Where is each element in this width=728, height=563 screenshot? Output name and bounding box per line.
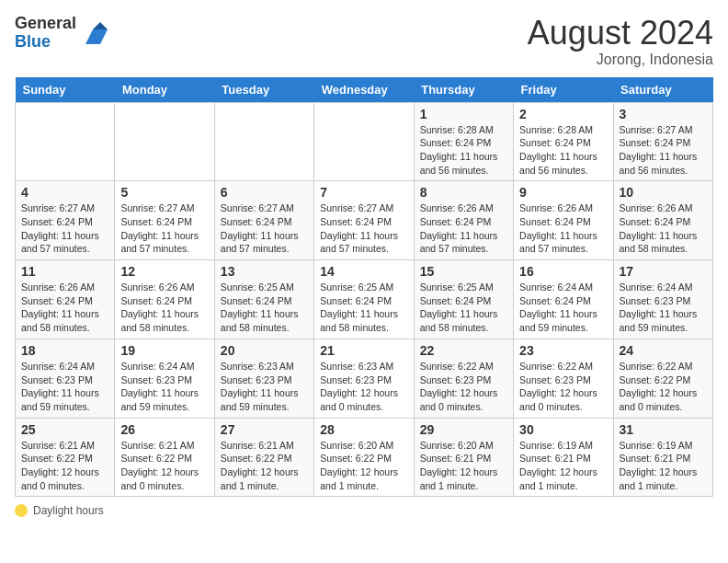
- date-number: 29: [420, 422, 507, 437]
- calendar-cell: [115, 102, 214, 181]
- logo-blue: Blue: [15, 32, 51, 51]
- day-header-wednesday: Wednesday: [314, 77, 414, 103]
- cell-info: Sunrise: 6:28 AM Sunset: 6:24 PM Dayligh…: [420, 123, 507, 178]
- calendar-cell: 20Sunrise: 6:23 AM Sunset: 6:23 PM Dayli…: [214, 339, 313, 418]
- date-number: 8: [420, 185, 507, 200]
- cell-info: Sunrise: 6:24 AM Sunset: 6:24 PM Dayligh…: [519, 281, 607, 335]
- calendar-cell: 1Sunrise: 6:28 AM Sunset: 6:24 PM Daylig…: [414, 102, 513, 181]
- calendar-week-2: 4Sunrise: 6:27 AM Sunset: 6:24 PM Daylig…: [16, 181, 713, 260]
- date-number: 27: [221, 422, 308, 437]
- footer: Daylight hours: [15, 504, 713, 517]
- cell-info: Sunrise: 6:22 AM Sunset: 6:23 PM Dayligh…: [519, 360, 607, 414]
- cell-info: Sunrise: 6:19 AM Sunset: 6:21 PM Dayligh…: [519, 439, 607, 493]
- date-number: 26: [120, 422, 208, 437]
- calendar-cell: [214, 102, 313, 181]
- date-number: 12: [120, 264, 208, 279]
- calendar-cell: 9Sunrise: 6:26 AM Sunset: 6:24 PM Daylig…: [514, 181, 613, 260]
- calendar-cell: 15Sunrise: 6:25 AM Sunset: 6:24 PM Dayli…: [414, 260, 513, 339]
- cell-info: Sunrise: 6:26 AM Sunset: 6:24 PM Dayligh…: [120, 281, 208, 335]
- cell-info: Sunrise: 6:27 AM Sunset: 6:24 PM Dayligh…: [221, 201, 308, 256]
- cell-info: Sunrise: 6:22 AM Sunset: 6:22 PM Dayligh…: [620, 360, 707, 414]
- cell-info: Sunrise: 6:24 AM Sunset: 6:23 PM Dayligh…: [21, 360, 108, 414]
- date-number: 28: [320, 422, 407, 437]
- logo-icon: [78, 18, 108, 48]
- footer-text: Daylight hours: [33, 504, 104, 517]
- date-number: 16: [519, 264, 607, 279]
- date-number: 23: [519, 343, 607, 358]
- calendar-cell: [16, 102, 115, 181]
- calendar-cell: [314, 102, 414, 181]
- date-number: 19: [120, 343, 208, 358]
- calendar-cell: 30Sunrise: 6:19 AM Sunset: 6:21 PM Dayli…: [514, 418, 613, 497]
- date-number: 3: [620, 107, 707, 121]
- cell-info: Sunrise: 6:20 AM Sunset: 6:21 PM Dayligh…: [420, 439, 507, 493]
- day-header-sunday: Sunday: [16, 77, 115, 103]
- calendar-cell: 11Sunrise: 6:26 AM Sunset: 6:24 PM Dayli…: [16, 260, 115, 339]
- calendar-cell: 5Sunrise: 6:27 AM Sunset: 6:24 PM Daylig…: [115, 181, 214, 260]
- cell-info: Sunrise: 6:21 AM Sunset: 6:22 PM Dayligh…: [221, 439, 308, 493]
- date-number: 10: [620, 185, 707, 200]
- location: Jorong, Indonesia: [528, 52, 713, 68]
- calendar-cell: 6Sunrise: 6:27 AM Sunset: 6:24 PM Daylig…: [214, 181, 313, 260]
- date-number: 30: [519, 422, 607, 437]
- logo: General Blue: [15, 15, 108, 52]
- date-number: 14: [320, 264, 407, 279]
- cell-info: Sunrise: 6:25 AM Sunset: 6:24 PM Dayligh…: [420, 281, 507, 335]
- date-number: 5: [120, 185, 208, 200]
- cell-info: Sunrise: 6:27 AM Sunset: 6:24 PM Dayligh…: [21, 201, 108, 256]
- calendar-cell: 21Sunrise: 6:23 AM Sunset: 6:23 PM Dayli…: [314, 339, 414, 418]
- cell-info: Sunrise: 6:22 AM Sunset: 6:23 PM Dayligh…: [420, 360, 507, 414]
- date-number: 13: [221, 264, 308, 279]
- calendar-week-5: 25Sunrise: 6:21 AM Sunset: 6:22 PM Dayli…: [16, 418, 713, 497]
- calendar-cell: 27Sunrise: 6:21 AM Sunset: 6:22 PM Dayli…: [214, 418, 313, 497]
- date-number: 11: [21, 264, 108, 279]
- calendar-cell: 24Sunrise: 6:22 AM Sunset: 6:22 PM Dayli…: [613, 339, 712, 418]
- calendar-cell: 18Sunrise: 6:24 AM Sunset: 6:23 PM Dayli…: [16, 339, 115, 418]
- date-number: 21: [320, 343, 407, 358]
- cell-info: Sunrise: 6:21 AM Sunset: 6:22 PM Dayligh…: [21, 439, 108, 493]
- date-number: 1: [420, 107, 507, 121]
- day-header-thursday: Thursday: [414, 77, 513, 103]
- calendar-body: 1Sunrise: 6:28 AM Sunset: 6:24 PM Daylig…: [16, 102, 713, 497]
- date-number: 6: [221, 185, 308, 200]
- cell-info: Sunrise: 6:27 AM Sunset: 6:24 PM Dayligh…: [620, 123, 707, 178]
- date-number: 18: [21, 343, 108, 358]
- calendar-cell: 2Sunrise: 6:28 AM Sunset: 6:24 PM Daylig…: [514, 102, 613, 181]
- cell-info: Sunrise: 6:28 AM Sunset: 6:24 PM Dayligh…: [519, 123, 607, 178]
- page-header: General Blue August 2024 Jorong, Indones…: [15, 15, 713, 68]
- cell-info: Sunrise: 6:21 AM Sunset: 6:22 PM Dayligh…: [120, 439, 208, 493]
- day-header-tuesday: Tuesday: [214, 77, 313, 103]
- svg-marker-0: [85, 29, 108, 44]
- calendar-cell: 16Sunrise: 6:24 AM Sunset: 6:24 PM Dayli…: [514, 260, 613, 339]
- day-header-friday: Friday: [514, 77, 613, 103]
- cell-info: Sunrise: 6:23 AM Sunset: 6:23 PM Dayligh…: [221, 360, 308, 414]
- cell-info: Sunrise: 6:19 AM Sunset: 6:21 PM Dayligh…: [620, 439, 707, 493]
- date-number: 2: [519, 107, 607, 121]
- calendar-cell: 10Sunrise: 6:26 AM Sunset: 6:24 PM Dayli…: [613, 181, 712, 260]
- svg-marker-1: [93, 22, 108, 29]
- cell-info: Sunrise: 6:27 AM Sunset: 6:24 PM Dayligh…: [320, 201, 407, 256]
- logo-general: General: [15, 14, 76, 32]
- cell-info: Sunrise: 6:24 AM Sunset: 6:23 PM Dayligh…: [120, 360, 208, 414]
- calendar-week-3: 11Sunrise: 6:26 AM Sunset: 6:24 PM Dayli…: [16, 260, 713, 339]
- calendar-week-1: 1Sunrise: 6:28 AM Sunset: 6:24 PM Daylig…: [16, 102, 713, 181]
- calendar-cell: 7Sunrise: 6:27 AM Sunset: 6:24 PM Daylig…: [314, 181, 414, 260]
- date-number: 4: [21, 185, 108, 200]
- date-number: 17: [620, 264, 707, 279]
- month-year: August 2024: [528, 15, 713, 52]
- cell-info: Sunrise: 6:26 AM Sunset: 6:24 PM Dayligh…: [620, 201, 707, 256]
- calendar-cell: 4Sunrise: 6:27 AM Sunset: 6:24 PM Daylig…: [16, 181, 115, 260]
- cell-info: Sunrise: 6:26 AM Sunset: 6:24 PM Dayligh…: [519, 201, 607, 256]
- title-block: August 2024 Jorong, Indonesia: [528, 15, 713, 68]
- cell-info: Sunrise: 6:27 AM Sunset: 6:24 PM Dayligh…: [120, 201, 208, 256]
- date-number: 20: [221, 343, 308, 358]
- cell-info: Sunrise: 6:20 AM Sunset: 6:22 PM Dayligh…: [320, 439, 407, 493]
- calendar-table: SundayMondayTuesdayWednesdayThursdayFrid…: [15, 77, 713, 498]
- date-number: 31: [620, 422, 707, 437]
- date-number: 22: [420, 343, 507, 358]
- calendar-cell: 28Sunrise: 6:20 AM Sunset: 6:22 PM Dayli…: [314, 418, 414, 497]
- date-number: 7: [320, 185, 407, 200]
- calendar-week-4: 18Sunrise: 6:24 AM Sunset: 6:23 PM Dayli…: [16, 339, 713, 418]
- cell-info: Sunrise: 6:23 AM Sunset: 6:23 PM Dayligh…: [320, 360, 407, 414]
- calendar-header-row: SundayMondayTuesdayWednesdayThursdayFrid…: [16, 77, 713, 103]
